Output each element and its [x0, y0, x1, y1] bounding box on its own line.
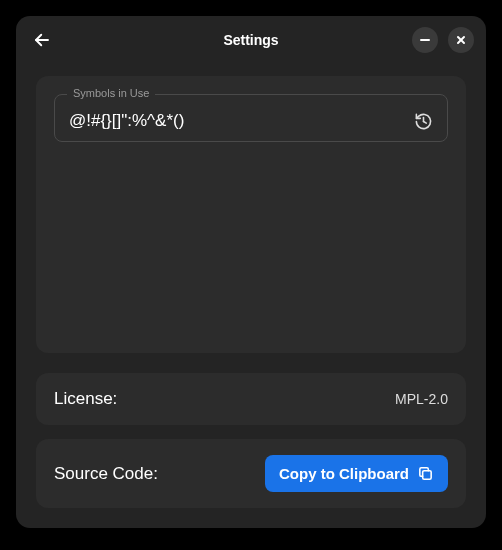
- symbols-input[interactable]: [69, 111, 414, 131]
- svg-line-5: [424, 121, 427, 123]
- source-code-row: Source Code: Copy to Clipboard: [36, 439, 466, 508]
- license-value: MPL-2.0: [395, 391, 448, 407]
- titlebar-left: [28, 26, 108, 54]
- window-title: Settings: [108, 32, 394, 48]
- settings-window: Settings Symbols in Use License: MPL-2.0: [16, 16, 486, 528]
- titlebar-right: [394, 27, 474, 53]
- minimize-icon: [420, 35, 430, 45]
- history-button[interactable]: [414, 112, 433, 131]
- symbols-panel: Symbols in Use: [36, 76, 466, 353]
- back-button[interactable]: [28, 26, 56, 54]
- svg-rect-6: [423, 471, 432, 480]
- source-code-label: Source Code:: [54, 464, 158, 484]
- history-icon: [414, 112, 433, 131]
- minimize-button[interactable]: [412, 27, 438, 53]
- titlebar: Settings: [16, 16, 486, 64]
- license-row: License: MPL-2.0: [36, 373, 466, 425]
- close-icon: [456, 35, 466, 45]
- copy-clipboard-button[interactable]: Copy to Clipboard: [265, 455, 448, 492]
- arrow-left-icon: [33, 31, 51, 49]
- license-label: License:: [54, 389, 117, 409]
- copy-icon: [417, 465, 434, 482]
- symbols-label: Symbols in Use: [67, 87, 155, 99]
- content-area: Symbols in Use License: MPL-2.0 Source C…: [16, 64, 486, 528]
- close-button[interactable]: [448, 27, 474, 53]
- copy-button-label: Copy to Clipboard: [279, 465, 409, 482]
- symbols-field: Symbols in Use: [54, 94, 448, 142]
